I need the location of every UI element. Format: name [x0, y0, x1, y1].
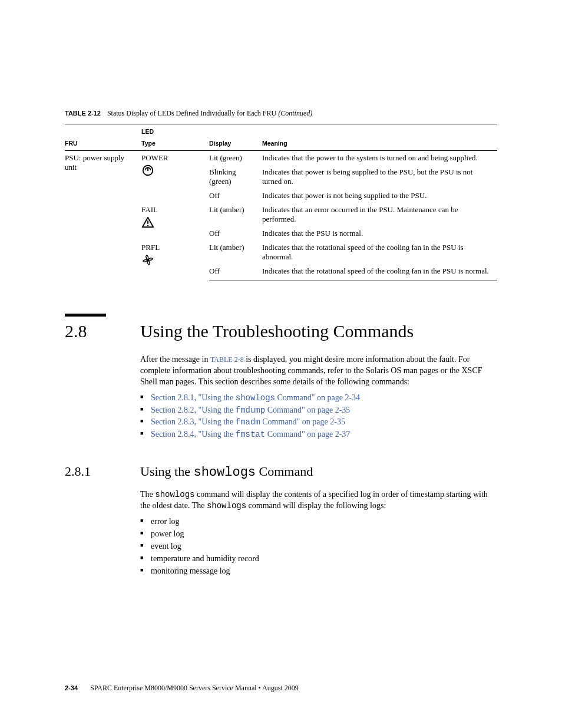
meaning-cell: Indicates that the rotational speed of t…: [262, 264, 497, 281]
list-item: event log: [140, 541, 497, 552]
display-cell: Blinking (green): [209, 165, 262, 189]
list-item: Section 2.8.4, "Using the fmstat Command…: [140, 429, 497, 440]
xref-table-2-8[interactable]: TABLE 2-8: [210, 355, 244, 364]
subsection-paragraph: The showlogs command will display the co…: [140, 489, 497, 512]
svg-point-3: [147, 225, 148, 226]
display-cell: Off: [209, 264, 262, 281]
led-type-prfl: PRFL: [141, 243, 206, 252]
command-name: showlogs: [193, 465, 256, 480]
led-type-fail: FAIL: [141, 205, 206, 215]
page-number: 2-34: [65, 684, 78, 691]
meaning-cell: Indicates that power is being supplied t…: [262, 165, 497, 189]
text-span: Using the: [140, 464, 193, 479]
xref-list: Section 2.8.1, "Using the showlogs Comma…: [140, 393, 497, 441]
fan-icon: [141, 253, 154, 266]
subsection-heading: 2.8.1 Using the showlogs Command: [65, 464, 497, 480]
th-display: Display: [209, 137, 262, 151]
text-span: Command" on page 2-34: [275, 393, 360, 402]
list-item: error log: [140, 516, 497, 528]
text-span: Command: [256, 464, 313, 479]
table-caption: TABLE 2-12 Status Display of LEDs Define…: [65, 109, 497, 118]
display-cell: Lit (amber): [209, 203, 262, 226]
table-number: TABLE 2-12: [65, 110, 101, 117]
display-cell: Off: [209, 226, 262, 241]
meaning-cell: Indicates that the PSU is normal.: [262, 226, 497, 241]
list-item: temperature and humidity record: [140, 554, 497, 565]
section-rule: [65, 314, 106, 317]
text-span: Section 2.8.2, "Using the: [151, 406, 236, 414]
text-span: Command" on page 2-35: [260, 417, 345, 426]
table-row: PSU: power supply unit POWER Lit (green)…: [65, 151, 497, 166]
text-span: After the message in: [140, 355, 210, 364]
th-fru: FRU: [65, 137, 141, 151]
list-item: Section 2.8.1, "Using the showlogs Comma…: [140, 393, 497, 404]
logs-list: error log power log event log temperatur…: [140, 516, 497, 577]
section-title: Using the Troubleshooting Commands: [140, 321, 414, 341]
command-name: showlogs: [155, 490, 194, 499]
display-cell: Lit (green): [209, 151, 262, 166]
power-icon: [141, 164, 154, 177]
command-name: fmdump: [236, 406, 265, 415]
meaning-cell: Indicates that an error occurred in the …: [262, 203, 497, 226]
list-item: monitoring message log: [140, 566, 497, 577]
section-heading: 2.8 Using the Troubleshooting Commands: [65, 321, 497, 341]
fru-cell: PSU: power supply unit: [65, 151, 141, 281]
xref-section-2-8-3[interactable]: Section 2.8.3, "Using the fmadm Command"…: [151, 417, 345, 426]
command-name: showlogs: [207, 501, 246, 510]
table-continued: (Continued): [278, 109, 312, 117]
command-name: showlogs: [236, 393, 275, 403]
page-footer: 2-34 SPARC Enterprise M8000/M9000 Server…: [65, 684, 497, 693]
display-cell: Lit (amber): [209, 241, 262, 264]
xref-section-2-8-1[interactable]: Section 2.8.1, "Using the showlogs Comma…: [151, 393, 360, 402]
led-type-power: POWER: [141, 153, 206, 163]
meaning-cell: Indicates that the power to the system i…: [262, 151, 497, 166]
subsection-title: Using the showlogs Command: [140, 464, 313, 480]
section-paragraph: After the message in TABLE 2-8 is displa…: [140, 354, 497, 388]
text-span: Section 2.8.3, "Using the: [151, 417, 236, 426]
xref-section-2-8-2[interactable]: Section 2.8.2, "Using the fmdump Command…: [151, 406, 350, 414]
subsection-number: 2.8.1: [65, 464, 140, 480]
led-status-table: LED FRU Type Display Meaning PSU: power …: [65, 124, 497, 281]
th-led-group: LED: [141, 124, 209, 138]
list-item: Section 2.8.3, "Using the fmadm Command"…: [140, 417, 497, 428]
list-item: power log: [140, 529, 497, 540]
text-span: Command" on page 2-35: [265, 406, 350, 414]
command-name: fmstat: [236, 430, 265, 439]
list-item: Section 2.8.2, "Using the fmdump Command…: [140, 405, 497, 416]
th-type: Type: [141, 137, 209, 151]
display-cell: Off: [209, 189, 262, 203]
section-number: 2.8: [65, 321, 140, 341]
meaning-cell: Indicates that the rotational speed of t…: [262, 241, 497, 264]
text-span: command will display the following logs:: [246, 501, 386, 510]
text-span: Section 2.8.4, "Using the: [151, 430, 236, 439]
meaning-cell: Indicates that power is not being suppli…: [262, 189, 497, 203]
th-meaning: Meaning: [262, 137, 497, 151]
table-title: Status Display of LEDs Defined Individua…: [107, 109, 276, 117]
xref-section-2-8-4[interactable]: Section 2.8.4, "Using the fmstat Command…: [151, 430, 350, 439]
warning-triangle-icon: [141, 216, 154, 229]
text-span: Command" on page 2-37: [265, 430, 350, 439]
text-span: Section 2.8.1, "Using the: [151, 393, 236, 402]
footer-text: SPARC Enterprise M8000/M9000 Servers Ser…: [90, 684, 299, 692]
command-name: fmadm: [236, 417, 260, 427]
text-span: The: [140, 490, 155, 499]
